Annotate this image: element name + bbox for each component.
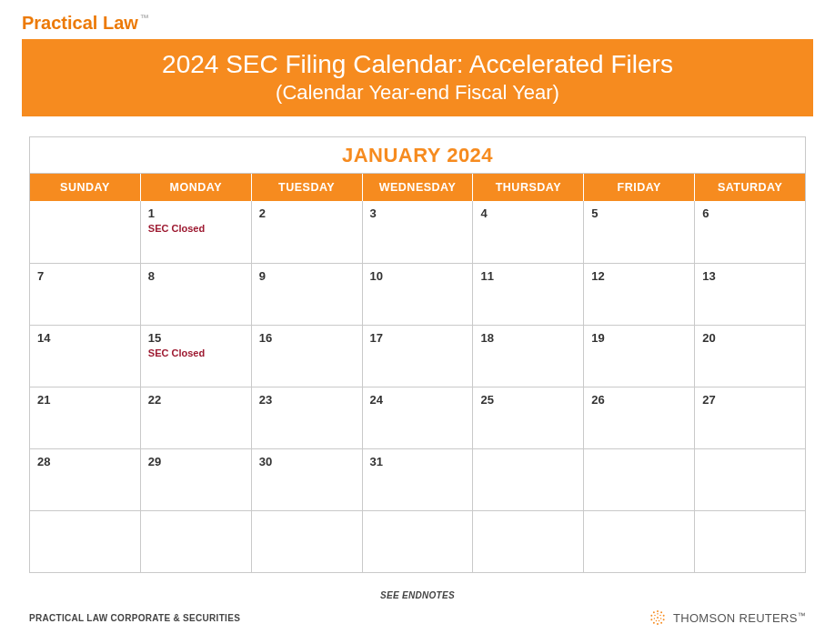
weeks-container: 1SEC Closed23456789101112131415SEC Close… — [30, 201, 805, 572]
thomson-reuters-icon — [649, 609, 666, 626]
calendar-cell: 25 — [473, 387, 584, 448]
calendar-cell — [30, 201, 141, 263]
svg-point-10 — [657, 613, 659, 615]
calendar-cell — [695, 449, 805, 510]
svg-point-15 — [654, 618, 656, 619]
svg-point-14 — [656, 620, 658, 622]
svg-point-1 — [660, 611, 662, 613]
svg-point-9 — [653, 611, 655, 613]
day-number: 26 — [591, 393, 687, 407]
day-number: 11 — [480, 269, 576, 283]
day-header-thursday: THURSDAY — [473, 174, 584, 201]
day-number: 6 — [702, 206, 798, 220]
footer-row: PRACTICAL LAW CORPORATE & SECURITIES — [29, 609, 806, 626]
calendar-cell — [584, 511, 695, 572]
calendar-cell: 6 — [695, 201, 805, 263]
calendar-cell — [473, 449, 584, 510]
footer-left: PRACTICAL LAW CORPORATE & SECURITIES — [29, 613, 240, 623]
day-header-sunday: SUNDAY — [30, 174, 141, 201]
svg-point-4 — [660, 622, 662, 624]
brand-name: Practical Law — [22, 13, 138, 33]
day-number: 22 — [148, 393, 244, 407]
calendar-cell: 1SEC Closed — [141, 201, 252, 263]
day-number: 30 — [259, 455, 355, 468]
week-row — [30, 510, 805, 572]
day-number: 25 — [480, 393, 576, 407]
day-number: 21 — [37, 393, 133, 407]
calendar-cell: 23 — [252, 387, 363, 448]
calendar-cell: 28 — [30, 449, 141, 510]
calendar-cell: 26 — [584, 387, 695, 448]
calendar-cell: 2 — [252, 201, 363, 263]
day-number: 16 — [259, 331, 355, 345]
calendar-cell — [584, 449, 695, 510]
day-number: 15 — [148, 331, 244, 345]
calendar-cell: 9 — [252, 264, 363, 325]
calendar-cell: 13 — [695, 264, 805, 325]
trademark-symbol: ™ — [140, 13, 149, 23]
day-header-row: SUNDAY MONDAY TUESDAY WEDNESDAY THURSDAY… — [30, 174, 805, 201]
endnotes-text: SEE ENDNOTES — [29, 590, 806, 600]
svg-point-2 — [663, 615, 665, 617]
day-number: 31 — [370, 455, 466, 468]
calendar-cell: 14 — [30, 326, 141, 387]
day-header-friday: FRIDAY — [584, 174, 695, 201]
calendar-cell: 7 — [30, 264, 141, 325]
svg-point-16 — [654, 615, 656, 617]
day-number: 4 — [480, 206, 576, 220]
calendar-cell: 31 — [363, 449, 474, 510]
calendar-cell: 22 — [141, 387, 252, 448]
day-number: 5 — [591, 206, 687, 220]
calendar-cell — [141, 511, 252, 572]
day-number: 24 — [370, 393, 466, 407]
calendar-cell: 8 — [141, 264, 252, 325]
week-row: 21222324252627 — [30, 387, 805, 448]
calendar-cell: 5 — [584, 201, 695, 263]
day-number: 2 — [259, 206, 355, 220]
svg-point-13 — [659, 620, 660, 622]
day-number: 10 — [370, 269, 466, 283]
day-number: 13 — [702, 269, 798, 283]
calendar-cell: 3 — [363, 201, 474, 263]
day-number: 3 — [370, 206, 466, 220]
footer: SEE ENDNOTES PRACTICAL LAW CORPORATE & S… — [0, 590, 835, 626]
calendar: JANUARY 2024 SUNDAY MONDAY TUESDAY WEDNE… — [29, 136, 806, 573]
day-number: 27 — [702, 393, 798, 407]
calendar-cell: 20 — [695, 326, 805, 387]
day-number: 17 — [370, 331, 466, 345]
week-row: 1SEC Closed23456 — [30, 201, 805, 263]
calendar-cell: 18 — [473, 326, 584, 387]
day-number: 29 — [148, 455, 244, 468]
title-bar: 2024 SEC Filing Calendar: Accelerated Fi… — [22, 39, 813, 116]
day-header-wednesday: WEDNESDAY — [363, 174, 474, 201]
svg-point-17 — [657, 617, 659, 619]
month-title: JANUARY 2024 — [30, 137, 805, 174]
brand-logo: Practical Law™ — [0, 0, 835, 39]
calendar-cell: 29 — [141, 449, 252, 510]
svg-point-5 — [657, 623, 659, 625]
day-number: 9 — [259, 269, 355, 283]
calendar-cell — [695, 511, 805, 572]
svg-point-12 — [660, 618, 662, 619]
footer-right: THOMSON REUTERS™ — [649, 609, 806, 626]
calendar-cell: 27 — [695, 387, 805, 448]
day-number: 19 — [591, 331, 687, 345]
calendar-cell — [252, 511, 363, 572]
day-number: 1 — [148, 206, 244, 220]
day-note: SEC Closed — [148, 347, 244, 358]
day-header-tuesday: TUESDAY — [252, 174, 363, 201]
svg-point-6 — [653, 622, 655, 624]
week-row: 28293031 — [30, 448, 805, 510]
calendar-cell — [30, 511, 141, 572]
calendar-cell: 4 — [473, 201, 584, 263]
svg-point-8 — [650, 615, 652, 617]
calendar-cell: 24 — [363, 387, 474, 448]
title-line2: (Calendar Year-end Fiscal Year) — [33, 80, 802, 106]
day-header-saturday: SATURDAY — [695, 174, 805, 201]
day-number: 7 — [37, 269, 133, 283]
week-row: 78910111213 — [30, 263, 805, 325]
calendar-cell: 11 — [473, 264, 584, 325]
day-number: 20 — [702, 331, 798, 345]
calendar-cell: 12 — [584, 264, 695, 325]
day-number: 28 — [37, 455, 133, 468]
